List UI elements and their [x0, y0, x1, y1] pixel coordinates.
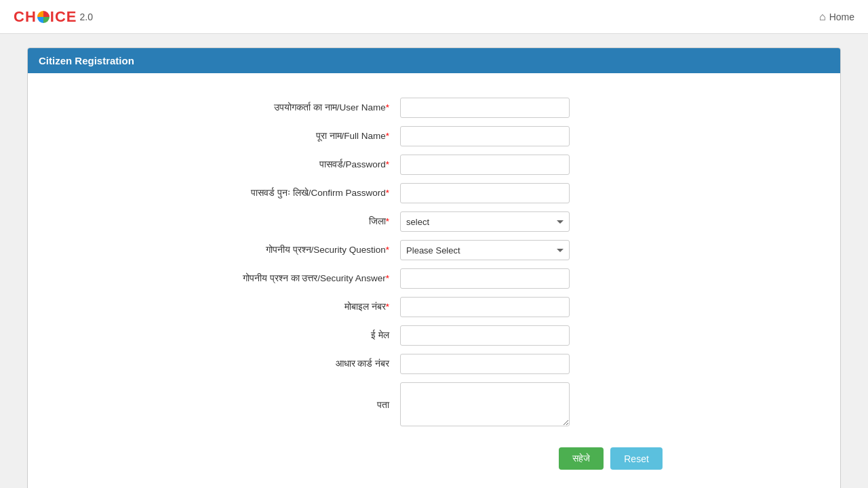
home-link[interactable]: ⌂ Home [819, 11, 854, 23]
confirm-password-required: * [386, 188, 389, 198]
address-row: पता [41, 378, 827, 432]
district-required: * [386, 216, 389, 226]
logo-circle-icon [37, 11, 50, 23]
security-answer-input-cell [395, 264, 827, 293]
home-icon: ⌂ [819, 11, 826, 23]
security-question-select[interactable]: Please Select [400, 240, 570, 260]
button-row: सहेजे Reset [41, 432, 827, 474]
security-answer-required: * [386, 273, 389, 283]
fullname-row: पूरा नाम/Full Name* [41, 122, 827, 150]
security-question-input-cell: Please Select [395, 236, 827, 264]
main-container: Citizen Registration उपयोगकर्ता का नाम/U… [0, 34, 868, 488]
aadhaar-input-cell [395, 350, 827, 378]
home-label: Home [829, 12, 854, 22]
email-input[interactable] [400, 325, 570, 346]
aadhaar-label: आधार कार्ड नंबर [41, 350, 395, 378]
mobile-required: * [386, 302, 389, 312]
username-required: * [386, 102, 389, 113]
address-textarea[interactable] [400, 382, 570, 426]
form-buttons: सहेजे Reset [400, 447, 821, 470]
address-label: पता [41, 378, 395, 432]
email-row: ई मेल [41, 321, 827, 350]
card-body: उपयोगकर्ता का नाम/User Name* पूरा नाम/Fu… [28, 73, 840, 488]
security-answer-label: गोपनीय प्रश्न का उत्तर/Security Answer* [41, 264, 395, 293]
confirm-password-label: पासवर्ड पुनः लिखे/Confirm Password* [41, 179, 395, 207]
email-label: ई मेल [41, 321, 395, 350]
confirm-password-row: पासवर्ड पुनः लिखे/Confirm Password* [41, 179, 827, 207]
security-answer-row: गोपनीय प्रश्न का उत्तर/Security Answer* [41, 264, 827, 293]
username-input[interactable] [400, 98, 570, 118]
registration-card: Citizen Registration उपयोगकर्ता का नाम/U… [27, 47, 841, 488]
password-input-cell [395, 150, 827, 179]
password-label: पासवर्ड/Password* [41, 150, 395, 179]
mobile-label: मोबाइल नंबर* [41, 293, 395, 321]
security-question-row: गोपनीय प्रश्न/Security Question* Please … [41, 236, 827, 264]
logo: CHICE 2.0 [14, 8, 93, 26]
reset-button[interactable]: Reset [610, 447, 663, 470]
logo-ch: CH [14, 8, 37, 25]
security-answer-input[interactable] [400, 268, 570, 289]
fullname-required: * [386, 131, 389, 141]
aadhaar-row: आधार कार्ड नंबर [41, 350, 827, 378]
security-question-required: * [386, 245, 389, 255]
navbar: CHICE 2.0 ⌂ Home [0, 0, 868, 34]
logo-version: 2.0 [79, 12, 92, 22]
address-input-cell [395, 378, 827, 432]
district-input-cell: select [395, 207, 827, 236]
logo-ice: ICE [50, 8, 77, 25]
card-header: Citizen Registration [28, 48, 840, 73]
registration-form: उपयोगकर्ता का नाम/User Name* पूरा नाम/Fu… [41, 94, 827, 474]
security-question-label: गोपनीय प्रश्न/Security Question* [41, 236, 395, 264]
username-row: उपयोगकर्ता का नाम/User Name* [41, 94, 827, 122]
district-select[interactable]: select [400, 211, 570, 232]
mobile-input[interactable] [400, 297, 570, 317]
username-input-cell [395, 94, 827, 122]
fullname-input[interactable] [400, 126, 570, 146]
email-input-cell [395, 321, 827, 350]
fullname-input-cell [395, 122, 827, 150]
district-row: जिला* select [41, 207, 827, 236]
username-label: उपयोगकर्ता का नाम/User Name* [41, 94, 395, 122]
save-button[interactable]: सहेजे [559, 447, 604, 470]
mobile-input-cell [395, 293, 827, 321]
fullname-label: पूरा नाम/Full Name* [41, 122, 395, 150]
district-label: जिला* [41, 207, 395, 236]
confirm-password-input[interactable] [400, 183, 570, 203]
password-required: * [386, 159, 389, 169]
confirm-password-input-cell [395, 179, 827, 207]
aadhaar-input[interactable] [400, 354, 570, 374]
mobile-row: मोबाइल नंबर* [41, 293, 827, 321]
password-row: पासवर्ड/Password* [41, 150, 827, 179]
card-title: Citizen Registration [39, 55, 134, 66]
password-input[interactable] [400, 155, 570, 175]
